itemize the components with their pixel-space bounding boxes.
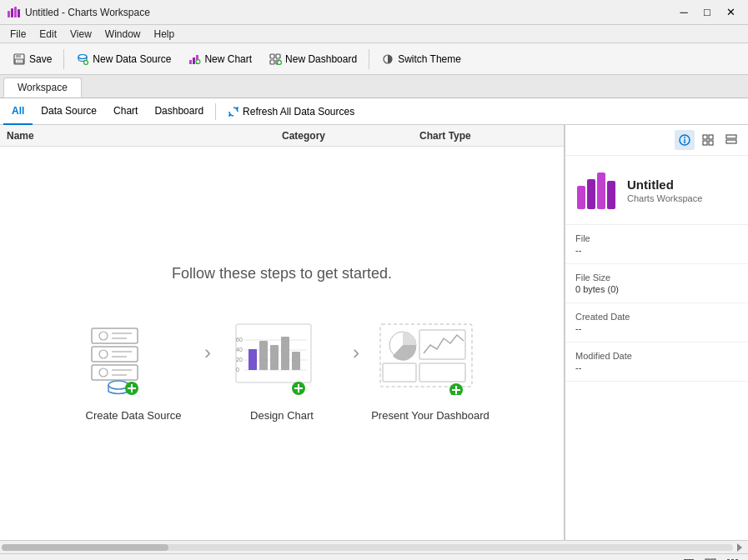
new-data-source-button[interactable]: New Data Source bbox=[68, 48, 178, 71]
toolbar: Save New Data Source New Chart bbox=[0, 43, 748, 75]
svg-rect-1 bbox=[11, 8, 13, 18]
create-data-source-label: Create Data Source bbox=[86, 409, 182, 422]
menu-help[interactable]: Help bbox=[148, 27, 182, 42]
refresh-label: Refresh All Data Sources bbox=[243, 106, 354, 118]
info-file-value: -- bbox=[575, 245, 738, 255]
svg-rect-28 bbox=[92, 365, 138, 380]
info-created-date-label: Created Date bbox=[575, 312, 738, 322]
svg-text:40: 40 bbox=[236, 347, 243, 352]
new-data-source-icon bbox=[76, 52, 89, 66]
svg-rect-56 bbox=[281, 337, 289, 370]
info-btn-grid[interactable] bbox=[698, 130, 718, 150]
svg-rect-79 bbox=[577, 186, 585, 209]
filter-dashboard[interactable]: Dashboard bbox=[146, 98, 212, 125]
content-panel: Name Category Chart Type Follow these st… bbox=[0, 125, 565, 540]
toolbar-separator-2 bbox=[369, 49, 369, 69]
info-created-date-section: Created Date -- bbox=[565, 303, 748, 342]
svg-point-29 bbox=[99, 332, 108, 340]
create-data-source-illustration bbox=[83, 320, 183, 395]
title-bar-controls: ─ □ ✕ bbox=[673, 4, 741, 21]
new-dashboard-button[interactable]: New Dashboard bbox=[261, 48, 364, 71]
svg-point-30 bbox=[99, 350, 108, 358]
create-data-source-icon-area bbox=[79, 316, 188, 399]
svg-point-31 bbox=[99, 368, 108, 377]
info-file-size-label: File Size bbox=[575, 272, 738, 282]
arrow-1: › bbox=[204, 341, 211, 398]
svg-rect-66 bbox=[419, 363, 465, 382]
col-chart-type-header: Chart Type bbox=[419, 130, 557, 142]
present-dashboard-label: Present Your Dashboard bbox=[371, 409, 489, 422]
svg-rect-75 bbox=[703, 141, 707, 145]
filter-chart[interactable]: Chart bbox=[105, 98, 146, 125]
new-data-source-label: New Data Source bbox=[93, 53, 171, 65]
svg-rect-5 bbox=[16, 54, 21, 58]
title-bar-left: Untitled - Charts Workspace bbox=[7, 6, 150, 19]
present-dashboard-icon-area bbox=[376, 316, 484, 399]
getting-started-steps: Create Data Source › bbox=[71, 316, 493, 422]
getting-started-title: Follow these steps to get started. bbox=[172, 265, 392, 282]
menu-view[interactable]: View bbox=[63, 27, 98, 42]
svg-rect-20 bbox=[270, 60, 274, 64]
scrollbar-thumb[interactable] bbox=[2, 544, 168, 551]
svg-rect-26 bbox=[92, 328, 138, 343]
svg-rect-57 bbox=[292, 352, 300, 370]
info-app-subtitle: Charts Workspace bbox=[627, 193, 702, 203]
info-btn-details[interactable] bbox=[675, 130, 695, 150]
scroll-right-icon[interactable] bbox=[733, 542, 746, 553]
svg-rect-64 bbox=[419, 330, 465, 359]
new-dashboard-label: New Dashboard bbox=[285, 53, 357, 65]
scrollbar-track[interactable] bbox=[2, 544, 733, 551]
col-name-header: Name bbox=[7, 130, 282, 142]
svg-rect-65 bbox=[383, 363, 416, 382]
refresh-button[interactable]: Refresh All Data Sources bbox=[219, 100, 363, 123]
save-icon bbox=[13, 52, 26, 66]
svg-rect-82 bbox=[607, 181, 615, 209]
save-button[interactable]: Save bbox=[5, 48, 59, 71]
info-modified-date-value: -- bbox=[575, 362, 738, 372]
main-area: Name Category Chart Type Follow these st… bbox=[0, 125, 748, 540]
info-file-size-section: File Size 0 bytes (0) bbox=[565, 264, 748, 303]
app-icon bbox=[7, 6, 20, 19]
menu-edit[interactable]: Edit bbox=[33, 27, 63, 42]
maximize-button[interactable]: □ bbox=[696, 4, 718, 21]
svg-text:0: 0 bbox=[236, 367, 239, 372]
minimize-button[interactable]: ─ bbox=[673, 4, 695, 21]
create-data-source-step: Create Data Source bbox=[71, 316, 196, 422]
svg-rect-27 bbox=[92, 347, 138, 362]
info-file-label: File bbox=[575, 233, 738, 243]
status-grid-view-button[interactable] bbox=[701, 556, 720, 561]
new-chart-icon bbox=[188, 52, 201, 66]
filter-bar: All Data Source Chart Dashboard Refresh … bbox=[0, 98, 748, 125]
switch-theme-button[interactable]: Switch Theme bbox=[374, 48, 469, 71]
workspace-tab[interactable]: Workspace bbox=[3, 78, 82, 98]
info-panel: Untitled Charts Workspace File -- File S… bbox=[565, 125, 748, 540]
status-right bbox=[680, 556, 741, 561]
filter-separator bbox=[215, 103, 216, 120]
svg-rect-0 bbox=[8, 11, 10, 18]
info-icon bbox=[678, 133, 691, 147]
save-label: Save bbox=[29, 53, 52, 65]
toolbar-separator-1 bbox=[63, 49, 64, 69]
menu-window[interactable]: Window bbox=[98, 27, 148, 42]
new-chart-button[interactable]: New Chart bbox=[180, 48, 259, 71]
new-chart-label: New Chart bbox=[204, 53, 252, 65]
filter-all[interactable]: All bbox=[3, 98, 33, 125]
info-logo-icon bbox=[575, 169, 617, 211]
menu-file[interactable]: File bbox=[3, 27, 33, 42]
scrollbar-area bbox=[0, 540, 748, 553]
svg-rect-77 bbox=[726, 135, 736, 138]
status-list-view-button[interactable] bbox=[680, 556, 698, 561]
svg-rect-80 bbox=[587, 179, 595, 209]
info-btn-list[interactable] bbox=[721, 130, 741, 150]
svg-rect-74 bbox=[709, 135, 713, 139]
svg-rect-7 bbox=[17, 60, 22, 62]
refresh-icon bbox=[228, 106, 239, 118]
status-tile-view-button[interactable] bbox=[723, 556, 741, 561]
menu-bar: File Edit View Window Help bbox=[0, 25, 748, 43]
info-header: Untitled Charts Workspace bbox=[565, 156, 748, 225]
close-button[interactable]: ✕ bbox=[720, 4, 741, 21]
svg-rect-19 bbox=[276, 54, 280, 58]
info-modified-date-label: Modified Date bbox=[575, 351, 738, 361]
switch-theme-label: Switch Theme bbox=[398, 53, 461, 65]
filter-data-source[interactable]: Data Source bbox=[33, 98, 105, 125]
